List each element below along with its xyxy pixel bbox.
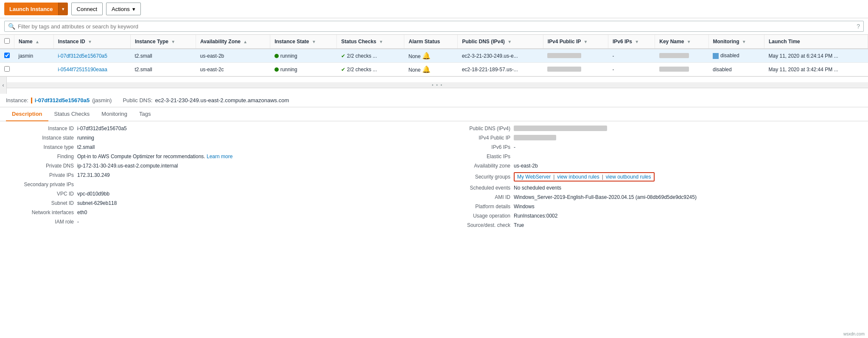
detail-row-instance-type: Instance type t2.small <box>6 144 426 150</box>
cell-launch-time: May 11, 2020 at 6:24:14 PM ... <box>764 49 868 63</box>
cell-state: running <box>270 63 337 76</box>
instances-table: Name ▲ Instance ID ▼ Instance Type ▼ Ava… <box>0 35 868 76</box>
tab-monitoring[interactable]: Monitoring <box>95 107 133 121</box>
row-checkbox-cell[interactable] <box>0 63 14 76</box>
value-network-interfaces[interactable]: eth0 <box>77 210 87 215</box>
ipv6-sort-arrow: ▼ <box>635 39 639 44</box>
actions-button[interactable]: Actions ▾ <box>106 3 141 15</box>
col-instance-id[interactable]: Instance ID ▼ <box>53 35 130 49</box>
row-checkbox-cell[interactable] <box>0 49 14 63</box>
detail-row-ipv6: IPv6 IPs - <box>442 144 862 150</box>
checks-icon: ✔ <box>341 53 345 59</box>
id-sort-arrow: ▼ <box>88 39 92 44</box>
scroll-left-arrow[interactable]: ‹ <box>0 77 7 94</box>
alarm-icon[interactable]: 🔔 <box>422 66 431 73</box>
detail-row-subnet-id: Subnet ID subnet-629eb118 <box>6 200 426 206</box>
alarm-icon[interactable]: 🔔 <box>422 52 431 59</box>
table-row[interactable]: jasmini-07df312d5e15670a5t2.smallus-east… <box>0 49 868 63</box>
actions-dropdown-arrow: ▾ <box>132 6 135 12</box>
security-group-link[interactable]: My WebServer <box>517 174 551 180</box>
view-outbound-rules-link[interactable]: view outbound rules <box>606 174 651 180</box>
value-vpc-id[interactable]: vpc-d010d9bb <box>77 191 109 197</box>
col-key-name[interactable]: Key Name ▼ <box>655 35 708 49</box>
cell-alarm: None 🔔 <box>404 49 458 63</box>
label-finding: Finding <box>6 154 74 159</box>
value-scheduled-events[interactable]: No scheduled events <box>514 185 561 191</box>
value-ipv4-public <box>514 135 556 141</box>
detail-row-instance-state: Instance state running <box>6 135 426 141</box>
instance-id-cell-link[interactable]: i-07df312d5e15670a5 <box>58 53 107 59</box>
monitoring-badge <box>713 53 719 59</box>
state-sort-arrow: ▼ <box>312 39 316 44</box>
detail-row-security-groups: Security groups My WebServer | view inbo… <box>442 172 862 182</box>
value-security-groups: My WebServer | view inbound rules | view… <box>514 172 655 182</box>
view-inbound-rules-link[interactable]: view inbound rules <box>557 174 599 180</box>
public-dns-label: Public DNS: <box>123 97 152 103</box>
label-ami-id: AMI ID <box>442 194 510 200</box>
cell-launch-time: May 11, 2020 at 3:42:44 PM ... <box>764 63 868 76</box>
select-all-checkbox[interactable] <box>4 38 10 44</box>
launch-instance-group: Launch Instance ▾ <box>4 3 68 15</box>
value-az: us-east-2b <box>514 163 538 169</box>
cell-state: running <box>270 49 337 63</box>
label-vpc-id: VPC ID <box>6 191 74 197</box>
state-text: running <box>280 67 297 73</box>
search-input[interactable] <box>18 23 857 30</box>
state-text: running <box>280 53 297 59</box>
col-instance-state[interactable]: Instance State ▼ <box>270 35 337 49</box>
search-help-icon[interactable]: ? <box>857 23 860 30</box>
col-public-dns[interactable]: Public DNS (IPv4) ▼ <box>458 35 543 49</box>
search-icon: 🔍 <box>8 23 15 30</box>
detail-row-finding: Finding Opt-in to AWS Compute Optimizer … <box>6 154 426 159</box>
label-private-ips: Private IPs <box>6 172 74 178</box>
col-ipv4[interactable]: IPv4 Public IP ▼ <box>543 35 608 49</box>
checks-text: 2/2 checks ... <box>347 67 377 73</box>
table-row[interactable]: i-0544f72515190eaaat2.smallus-east-2crun… <box>0 63 868 76</box>
value-ami-id[interactable]: Windows_Server-2019-English-Full-Base-20… <box>514 194 697 200</box>
instances-table-container: Name ▲ Instance ID ▼ Instance Type ▼ Ava… <box>0 35 868 77</box>
scroll-indicator: • • • <box>432 83 443 87</box>
row-checkbox[interactable] <box>4 53 10 58</box>
connect-button[interactable]: Connect <box>71 3 103 15</box>
label-ipv6: IPv6 IPs <box>442 144 510 150</box>
label-private-dns: Private DNS <box>6 163 74 169</box>
label-security-groups: Security groups <box>442 174 510 180</box>
monitoring-text: disabled <box>720 53 739 59</box>
tab-status-checks[interactable]: Status Checks <box>48 107 96 121</box>
horizontal-scrollbar[interactable]: • • • <box>7 82 868 88</box>
ipv4-blurred <box>514 135 556 140</box>
blurred-value <box>659 67 689 72</box>
label-platform: Platform details <box>442 204 510 210</box>
col-monitoring[interactable]: Monitoring ▼ <box>708 35 764 49</box>
cell-status-checks: ✔2/2 checks ... <box>337 63 404 76</box>
detail-row-usage-op: Usage operation RunInstances:0002 <box>442 213 862 219</box>
tab-tags[interactable]: Tags <box>133 107 157 121</box>
col-launch-time: Launch Time <box>764 35 868 49</box>
col-name[interactable]: Name ▲ <box>14 35 54 49</box>
header-checkbox-cell[interactable] <box>0 35 14 49</box>
tab-description[interactable]: Description <box>6 107 48 121</box>
sg-separator2: | <box>602 174 603 180</box>
value-subnet-id[interactable]: subnet-629eb118 <box>77 200 117 206</box>
detail-row-private-ips: Private IPs 172.31.30.249 <box>6 172 426 178</box>
launch-instance-dropdown[interactable]: ▾ <box>58 3 68 15</box>
launch-instance-button[interactable]: Launch Instance <box>4 3 58 15</box>
col-availability-zone[interactable]: Availability Zone ▲ <box>196 35 270 49</box>
label-scheduled-events: Scheduled events <box>442 185 510 191</box>
col-status-checks[interactable]: Status Checks ▼ <box>337 35 404 49</box>
search-bar: 🔍 ? <box>0 18 868 35</box>
detail-row-platform: Platform details Windows <box>442 204 862 210</box>
row-checkbox[interactable] <box>4 66 10 72</box>
sc-sort-arrow: ▼ <box>379 39 383 44</box>
col-ipv6[interactable]: IPv6 IPs ▼ <box>608 35 655 49</box>
col-instance-type[interactable]: Instance Type ▼ <box>130 35 196 49</box>
instance-id-cell-link[interactable]: i-0544f72515190eaaa <box>58 67 107 73</box>
detail-row-az: Availability zone us-east-2b <box>442 163 862 169</box>
cell-instance-id: i-0544f72515190eaaa <box>53 63 130 76</box>
detail-right-col: Public DNS (IPv4) IPv4 Public IP IPv6 IP… <box>442 126 862 232</box>
learn-more-link[interactable]: Learn more <box>207 154 232 159</box>
detail-row-ami-id: AMI ID Windows_Server-2019-English-Full-… <box>442 194 862 200</box>
instance-id-link[interactable]: i-07df312d5e15670a5 <box>35 97 90 103</box>
label-az: Availability zone <box>442 163 510 169</box>
checks-icon: ✔ <box>341 67 345 73</box>
